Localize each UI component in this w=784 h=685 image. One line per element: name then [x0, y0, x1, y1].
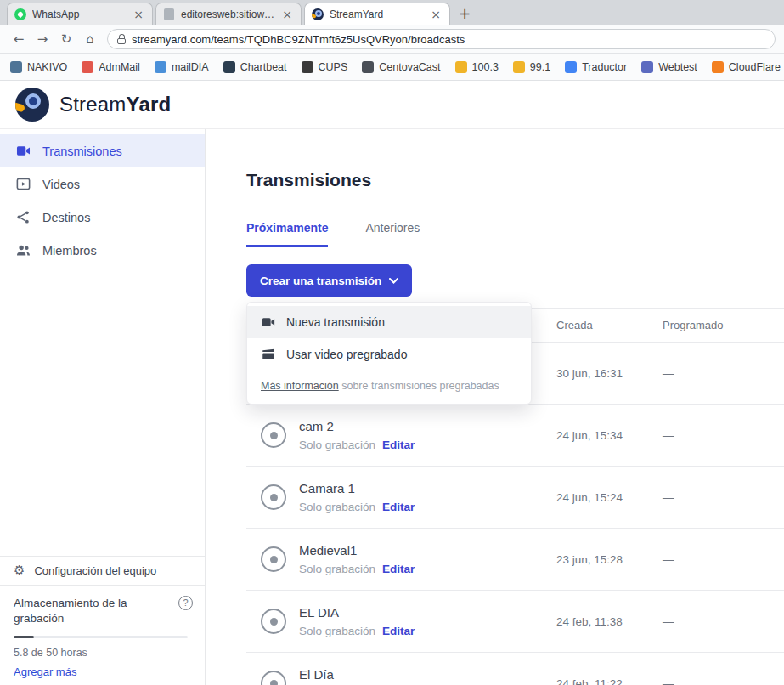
- video-camera-icon: [15, 143, 31, 159]
- tab-close-icon[interactable]: ×: [429, 8, 443, 20]
- bookmark-label: Traductor: [582, 61, 627, 73]
- sidebar-item-transmisiones[interactable]: Transmisiones: [0, 134, 205, 167]
- bookmark-99-1[interactable]: 99.1: [513, 61, 550, 73]
- broadcast-name-cell: EL DIA Solo grabaciónEditar: [246, 605, 556, 637]
- browser-tab-editoresweb[interactable]: editoresweb:sitioweb:eldia.co ×: [155, 3, 302, 25]
- bookmark-maildia[interactable]: mailDIA: [155, 61, 209, 73]
- bookmark-cloudflare[interactable]: CloudFlare: [712, 61, 781, 73]
- page-icon: [164, 8, 174, 20]
- storage-section: Almacenamiento de la grabación ? 5.8 de …: [0, 585, 205, 685]
- sidebar-item-destinos[interactable]: Destinos: [0, 201, 205, 234]
- scheduled-cell: —: [663, 367, 784, 380]
- lock-icon: [117, 38, 126, 44]
- bookmark-label: CloudFlare: [729, 61, 781, 73]
- bookmark-label: AdmMail: [99, 61, 140, 73]
- bookmark-label: 100.3: [472, 61, 499, 73]
- url-text: streamyard.com/teams/TQDhBC9ZNTmft6z5UsQ…: [132, 33, 465, 46]
- bookmark-label: NAKIVO: [27, 61, 67, 73]
- browser-tab-whatsapp[interactable]: WhatsApp ×: [7, 3, 153, 25]
- tab-anteriores[interactable]: Anteriores: [365, 221, 420, 247]
- team-settings-button[interactable]: ⚙ Configuración del equipo: [0, 556, 205, 585]
- created-cell: 24 jun, 15:24: [556, 491, 663, 504]
- storage-progress-bar: [14, 636, 188, 638]
- bookmark-label: mailDIA: [172, 61, 209, 73]
- record-icon: [261, 484, 286, 510]
- browser-tab-streamyard[interactable]: StreamYard ×: [304, 3, 450, 25]
- app-header: StreamYard: [0, 81, 784, 129]
- bookmark-nakivo[interactable]: NAKIVO: [10, 61, 67, 73]
- add-more-link[interactable]: Agregar más: [14, 665, 191, 678]
- video-camera-icon: [261, 314, 276, 330]
- create-broadcast-menu: Nueva transmisión Usar video pregrabado …: [246, 302, 532, 405]
- create-broadcast-button[interactable]: Crear una transmisión: [246, 264, 412, 297]
- edit-link[interactable]: Editar: [382, 625, 415, 637]
- edit-link[interactable]: Editar: [382, 563, 415, 575]
- menu-item-prerecorded-video[interactable]: Usar video pregrabado: [247, 338, 531, 371]
- sidebar-item-miembros[interactable]: Miembros: [0, 234, 205, 267]
- forward-icon[interactable]: →: [32, 29, 53, 49]
- table-row: EL DIA Solo grabaciónEditar 24 feb, 11:3…: [246, 591, 784, 653]
- broadcast-name-cell: El Día: [246, 667, 556, 685]
- created-cell: 23 jun, 15:28: [556, 553, 663, 566]
- home-icon[interactable]: ⌂: [80, 29, 100, 49]
- new-tab-button[interactable]: +: [453, 3, 477, 25]
- broadcast-subtitle: Solo grabación: [299, 439, 375, 451]
- bookmark-icon: [155, 61, 166, 73]
- bookmark-icon: [455, 61, 467, 73]
- bookmark-label: Chartbeat: [240, 61, 287, 73]
- video-library-icon: [15, 176, 31, 192]
- tab-close-icon[interactable]: ×: [132, 8, 145, 20]
- bookmark-icon: [641, 61, 653, 73]
- scheduled-cell: —: [663, 615, 784, 628]
- chevron-down-icon: [389, 278, 398, 284]
- bookmark-icon: [362, 61, 374, 73]
- record-icon: [261, 609, 286, 634]
- bookmark-icon: [223, 61, 235, 73]
- tab-close-icon[interactable]: ×: [280, 8, 294, 20]
- bookmark-traductor[interactable]: Traductor: [565, 61, 627, 73]
- record-icon: [261, 422, 286, 448]
- broadcast-title: El Día: [299, 667, 334, 682]
- back-icon[interactable]: ←: [8, 29, 29, 49]
- browser-tab-strip: WhatsApp × editoresweb:sitioweb:eldia.co…: [0, 0, 784, 25]
- bookmark-admmail[interactable]: AdmMail: [82, 61, 140, 73]
- create-broadcast-label: Crear una transmisión: [260, 275, 381, 287]
- tab-proximamente[interactable]: Próximamente: [246, 221, 328, 247]
- page-title: Transmisiones: [246, 170, 784, 190]
- bookmark-chartbeat[interactable]: Chartbeat: [223, 61, 287, 73]
- storage-used-text: 5.8 de 50 horas: [14, 647, 191, 659]
- team-settings-label: Configuración del equipo: [34, 564, 156, 577]
- sidebar-item-videos[interactable]: Videos: [0, 167, 205, 201]
- bookmark-centovacast[interactable]: CentovaCast: [362, 61, 440, 73]
- streamyard-logo-icon: [15, 88, 49, 122]
- menu-info-rest: sobre transmisiones pregrabadas: [339, 380, 499, 392]
- storage-progress-fill: [14, 636, 34, 638]
- reload-icon[interactable]: ↻: [56, 29, 76, 49]
- address-bar[interactable]: streamyard.com/teams/TQDhBC9ZNTmft6z5UsQ…: [107, 29, 776, 49]
- sidebar-item-label: Transmisiones: [42, 144, 122, 158]
- bookmark-label: Webtest: [658, 61, 697, 73]
- create-broadcast-area: Crear una transmisión Nueva transmisión …: [246, 264, 412, 297]
- table-row: Medieval1 Solo grabaciónEditar 23 jun, 1…: [246, 529, 784, 591]
- more-info-link[interactable]: Más información: [261, 380, 339, 392]
- sidebar: Transmisiones Videos Destinos Miembros ⚙…: [0, 129, 206, 685]
- tab-title: editoresweb:sitioweb:eldia.co: [181, 8, 274, 20]
- bookmark-webtest[interactable]: Webtest: [641, 61, 697, 73]
- table-row: El Día 24 feb, 11:22 —: [246, 653, 784, 685]
- bookmarks-bar: NAKIVO AdmMail mailDIA Chartbeat CUPS Ce…: [0, 54, 784, 81]
- sidebar-item-label: Destinos: [42, 211, 90, 224]
- main-content: Transmisiones Próximamente Anteriores Cr…: [206, 129, 784, 685]
- bookmark-100-3[interactable]: 100.3: [455, 61, 499, 73]
- menu-info: Más información sobre transmisiones preg…: [247, 371, 531, 404]
- broadcast-name-cell: Medieval1 Solo grabaciónEditar: [246, 543, 556, 575]
- edit-link[interactable]: Editar: [382, 439, 415, 451]
- table-row: Camara 1 Solo grabaciónEditar 24 jun, 15…: [246, 467, 784, 529]
- broadcast-subtitle: Solo grabación: [299, 625, 375, 637]
- help-icon[interactable]: ?: [178, 596, 193, 610]
- bookmark-cups[interactable]: CUPS: [302, 61, 348, 73]
- edit-link[interactable]: Editar: [382, 501, 415, 513]
- sidebar-item-label: Videos: [42, 178, 80, 191]
- broadcast-title: Camara 1: [299, 481, 355, 495]
- bookmark-label: CUPS: [319, 61, 348, 73]
- menu-item-new-broadcast[interactable]: Nueva transmisión: [247, 306, 531, 338]
